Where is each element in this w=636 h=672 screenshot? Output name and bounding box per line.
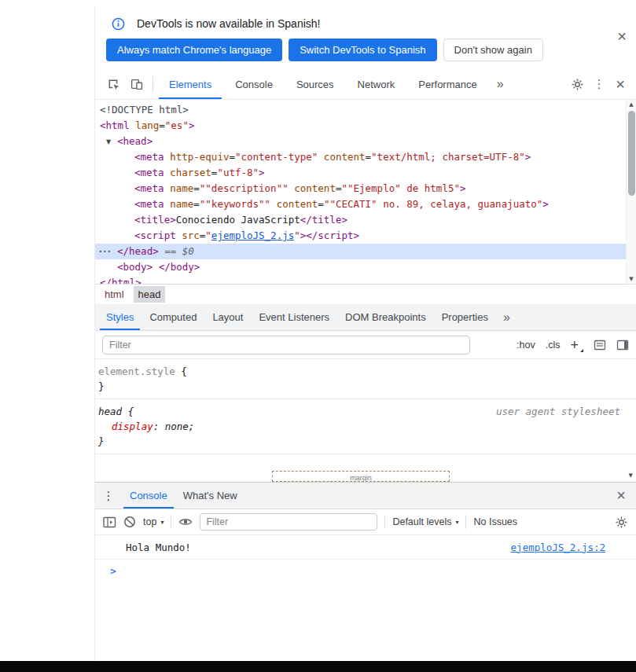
dom-tree-line[interactable]: <body> </body> xyxy=(95,259,626,275)
tab-network[interactable]: Network xyxy=(346,69,407,99)
inspect-element-icon[interactable] xyxy=(101,69,125,99)
code-token-tag: <script xyxy=(134,230,176,241)
rule-origin-label: user agent stylesheet xyxy=(496,404,630,419)
dom-tree-line[interactable]: <meta http-equiv="content-type" content=… xyxy=(95,149,626,165)
rule-selector[interactable]: element.style xyxy=(98,365,175,377)
dismiss-button[interactable]: Don't show again xyxy=(443,39,543,61)
device-toolbar-icon[interactable] xyxy=(125,69,149,99)
computed-sidebar-toggle-icon[interactable] xyxy=(616,340,629,351)
dom-tree-line[interactable]: <html lang="es"> xyxy=(95,118,626,134)
issues-counter[interactable]: No Issues xyxy=(473,516,517,527)
console-drawer: ⋮ Console What's New × xyxy=(95,482,636,661)
toolbar-separator xyxy=(153,76,153,92)
code-token-val: ""Ejemplo" de html5" xyxy=(341,182,460,194)
breadcrumb-item-html[interactable]: html xyxy=(100,286,129,303)
code-token-tag: <title> xyxy=(134,214,176,226)
language-infobar: DevTools is now available in Spanish! × … xyxy=(95,6,636,69)
console-message-source-link[interactable]: ejemploJS_2.js:2 xyxy=(511,542,605,553)
settings-gear-icon[interactable] xyxy=(565,78,589,91)
more-panels-chevron-icon[interactable]: » xyxy=(489,69,512,99)
dom-tree-line[interactable]: <script src="ejemploJS_2.js"></script> xyxy=(95,228,626,244)
dom-tree-line[interactable]: <meta charset="utf-8"> xyxy=(95,165,626,181)
code-token-tag: > xyxy=(542,198,549,210)
infobar-close-icon[interactable]: × xyxy=(617,28,627,44)
code-token-link[interactable]: ejemploJS_2.js xyxy=(211,230,294,241)
console-settings-gear-icon[interactable] xyxy=(615,516,628,529)
drawer-close-icon[interactable]: × xyxy=(606,487,636,505)
tab-properties[interactable]: Properties xyxy=(434,304,496,330)
element-classes-button[interactable]: .cls xyxy=(546,340,561,351)
dom-tree-line[interactable]: <meta name=""keywords"" content=""CECATI… xyxy=(95,196,626,212)
scrollbar-thumb[interactable] xyxy=(628,111,635,196)
match-language-button[interactable]: Always match Chrome's language xyxy=(106,39,282,61)
console-messages: Hola Mundo!ejemploJS_2.js:2 xyxy=(95,535,636,560)
dom-tree-line[interactable]: <!DOCTYPE html> xyxy=(95,102,626,118)
css-property-name: display xyxy=(112,420,153,432)
toggle-element-state-button[interactable]: :hov xyxy=(517,340,535,351)
code-token-attr: content xyxy=(324,151,366,163)
rule-selector[interactable]: head xyxy=(98,406,122,417)
tab-elements[interactable]: Elements xyxy=(157,69,223,99)
scroll-up-icon[interactable]: ▲ xyxy=(629,100,633,109)
console-prompt-row[interactable]: > xyxy=(95,560,636,582)
page-footer-bar xyxy=(0,661,636,672)
clear-console-icon[interactable] xyxy=(123,516,136,528)
devtools-close-icon[interactable]: × xyxy=(609,75,631,94)
drawer-tabbar: ⋮ Console What's New × xyxy=(95,483,636,509)
more-sidebar-tabs-chevron-icon[interactable]: » xyxy=(496,304,517,330)
code-token-plain: = xyxy=(193,182,200,194)
styles-scroll-down-icon[interactable]: ▼ xyxy=(629,472,633,479)
live-expression-eye-icon[interactable] xyxy=(178,516,193,527)
css-property[interactable]: display: none; xyxy=(98,419,630,434)
caret-down-icon: ▾ xyxy=(160,519,164,526)
switch-spanish-button[interactable]: Switch DevTools to Spanish xyxy=(289,39,436,61)
console-message-text: Hola Mundo! xyxy=(126,542,191,553)
tab-event-listeners[interactable]: Event Listeners xyxy=(251,304,337,330)
code-token-doctype: <!DOCTYPE html> xyxy=(100,104,189,116)
dom-tree-line[interactable]: <meta name=""description"" content=""Eje… xyxy=(95,181,626,196)
rendering-emulations-icon[interactable] xyxy=(594,340,606,351)
styles-filter-input[interactable] xyxy=(102,336,470,354)
screen: DevTools is now available in Spanish! × … xyxy=(0,0,636,672)
code-token-tag: <meta xyxy=(134,182,164,194)
code-token-plain xyxy=(270,198,277,210)
drawer-tab-console[interactable]: Console xyxy=(122,483,175,509)
sidebar-tabs: Styles Computed Layout Event Listeners D… xyxy=(95,304,636,331)
console-sidebar-toggle-icon[interactable] xyxy=(103,516,116,528)
tab-layout[interactable]: Layout xyxy=(204,304,251,330)
tab-computed[interactable]: Computed xyxy=(142,304,204,330)
style-rules: element.style {}user agent stylesheethea… xyxy=(95,359,636,454)
code-token-tag: <meta xyxy=(134,198,164,210)
execution-context-selector[interactable]: top ▾ xyxy=(143,516,164,527)
drawer-tab-whats-new[interactable]: What's New xyxy=(175,483,245,509)
scroll-down-icon[interactable]: ▼ xyxy=(629,274,633,284)
code-token-plain: = xyxy=(318,198,324,210)
hidden-elements-dots-icon[interactable]: ··· xyxy=(97,244,111,259)
tab-dom-breakpoints[interactable]: DOM Breakpoints xyxy=(337,304,434,330)
expand-arrow-icon[interactable]: ▼ xyxy=(106,134,117,150)
code-token-attr: src xyxy=(182,230,200,241)
console-filter-input[interactable] xyxy=(200,513,377,531)
dom-tree-line[interactable]: ···</head> == $0 xyxy=(95,244,626,259)
dom-tree-line[interactable]: </html> xyxy=(95,275,626,284)
tab-console[interactable]: Console xyxy=(223,69,285,99)
tab-sources[interactable]: Sources xyxy=(285,69,346,99)
console-toolbar: top ▾ Default levels ▾ No Issues xyxy=(95,509,636,535)
log-levels-dropdown[interactable]: Default levels ▾ xyxy=(392,516,458,527)
code-token-val: "es" xyxy=(165,119,189,131)
code-token-val: " xyxy=(294,230,300,241)
breadcrumb-item-head[interactable]: head xyxy=(134,286,166,303)
code-token-tag: <head> xyxy=(117,135,153,147)
drawer-kebab-menu-icon[interactable]: ⋮ xyxy=(95,483,122,509)
dom-tree-line[interactable]: ▼<head> xyxy=(95,134,626,149)
code-token-tag: <meta xyxy=(134,167,164,178)
dom-tree-line[interactable]: <title>Conociendo JavaScript</title> xyxy=(95,212,626,228)
elements-scrollbar[interactable]: ▲ ▼ xyxy=(626,100,636,284)
css-property-value: none xyxy=(165,420,189,432)
code-token-attr: lang xyxy=(135,119,159,131)
tab-performance[interactable]: Performance xyxy=(406,69,488,99)
tab-styles[interactable]: Styles xyxy=(98,304,142,330)
kebab-menu-icon[interactable]: ⋮ xyxy=(589,77,609,91)
new-style-rule-button[interactable]: + xyxy=(570,338,583,352)
console-empty-area xyxy=(95,582,636,661)
